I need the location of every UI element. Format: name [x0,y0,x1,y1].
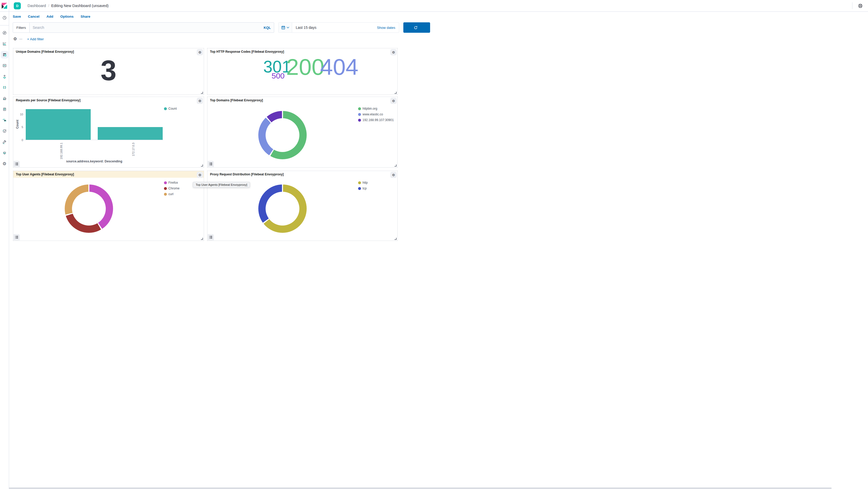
legend-toggle-button[interactable] [208,161,214,167]
top-user-agents-donut[interactable] [65,185,113,233]
query-bar: Filters KQL Last 15 days Show dates [9,21,434,34]
legend-item-count[interactable]: Count [164,107,177,110]
panel-title: Top User Agents [Filebeat Envoyproxy] [13,171,204,178]
legend-item[interactable]: tcp [358,187,368,190]
sidebar-item-uptime[interactable] [1,117,8,124]
filters-dropdown[interactable]: Filters [13,23,30,32]
sidebar-item-dashboard[interactable] [1,51,8,59]
legend-item[interactable]: curl [164,192,180,196]
app-sidebar: ⚙ [0,12,9,244]
legend-dot [358,107,361,110]
breadcrumb: Dashboard / Editing New Dashboard (unsav… [28,4,108,8]
unique-domains-metric: 3 [13,56,204,85]
bar-192-168-99-1[interactable] [26,109,91,140]
sidebar-item-dev-tools[interactable] [1,138,8,146]
panel-resize-handle[interactable] [395,92,397,94]
kql-toggle-button[interactable]: KQL [261,26,274,30]
legend-item[interactable]: httpbin.org [358,107,394,110]
space-badge[interactable]: D [14,2,21,9]
legend-toggle-button[interactable] [13,234,20,240]
legend-item[interactable]: http [358,181,368,185]
breadcrumb-dashboard[interactable]: Dashboard [28,4,46,8]
panel-resize-handle[interactable] [395,164,397,167]
refresh-button[interactable] [403,22,430,33]
dev-tools-wrench-icon [2,140,7,144]
save-button[interactable]: Save [13,14,21,19]
sidebar-item-machine-learning[interactable] [1,84,8,91]
search-input[interactable] [30,26,261,30]
tag-200[interactable]: 200 [286,56,324,78]
logs-scroll-icon [2,107,7,111]
chart-legend: Count [164,107,177,110]
kibana-logo-icon [1,2,8,9]
bar-172-17-0-3[interactable] [98,127,163,140]
sidebar-item-apm[interactable] [1,127,8,135]
legend-item[interactable]: www.elastic.co [358,112,394,116]
main-content: Save Cancel Add Options Share Filters KQ… [9,12,434,244]
calendar-icon [281,26,285,30]
panel-resize-handle[interactable] [201,164,203,167]
legend-item[interactable]: Chrome [164,187,180,190]
sidebar-item-discover[interactable] [1,29,8,37]
calendar-menu-button[interactable] [279,23,292,32]
options-button[interactable]: Options [60,14,73,19]
y-tick-10: 10 [14,113,23,116]
donut-hole [72,192,106,226]
sidebar-item-infrastructure[interactable] [1,95,8,102]
dashboard-grid: Unique Domains [Filebeat Envoyproxy] ⚙ 3… [0,45,434,244]
sidebar-item-maps[interactable] [1,73,8,80]
list-icon [209,235,213,239]
panel-requests-per-source: Requests per Source [Filebeat Envoyproxy… [13,97,204,168]
sidebar-item-visualize[interactable] [1,40,8,47]
panel-gear-button[interactable]: ⚙ [390,98,397,104]
kibana-logo[interactable] [0,0,9,12]
sidebar-item-monitoring[interactable] [1,149,8,157]
time-range-value[interactable]: Last 15 days [292,26,377,30]
legend-label: Firefox [168,181,178,185]
legend-label: curl [168,192,173,196]
legend-label: www.elastic.co [363,112,383,116]
legend-dot [358,187,361,190]
cancel-button[interactable]: Cancel [28,14,39,19]
machine-learning-icon [2,85,7,90]
panel-unique-domains: Unique Domains [Filebeat Envoyproxy] ⚙ 3 [13,48,204,95]
share-button[interactable]: Share [81,14,90,19]
dashboard-icon [2,53,7,57]
legend-item[interactable]: 192.168.99.107:30901 [358,118,394,122]
panel-proxy-distribution: Proxy Request Distribution [Filebeat Env… [207,171,398,241]
panel-gear-button[interactable]: ⚙ [197,172,203,178]
legend-label: Chrome [168,187,180,190]
y-tick-5: 5 [14,126,23,129]
panel-resize-handle[interactable] [201,92,203,94]
canvas-icon [2,63,7,68]
legend-toggle-button[interactable] [13,161,20,167]
sidebar-item-recent[interactable] [1,14,8,22]
sidebar-item-canvas[interactable] [1,62,8,69]
add-button[interactable]: Add [46,14,53,19]
show-dates-button[interactable]: Show dates [377,26,399,30]
x-tick-label-1: 192.168.99.1 [60,143,63,159]
panel-gear-button[interactable]: ⚙ [390,49,397,55]
tag-404[interactable]: 404 [320,56,359,78]
panel-gear-button[interactable]: ⚙ [197,98,203,104]
panel-resize-handle[interactable] [395,238,397,240]
chart-legend: httpbin.org www.elastic.co 192.168.99.10… [358,107,394,122]
panel-gear-button[interactable]: ⚙ [197,49,203,55]
refresh-icon [414,26,417,30]
tag-500[interactable]: 500 [272,72,285,80]
top-domains-donut[interactable] [258,111,307,159]
list-icon [15,162,19,166]
legend-toggle-button[interactable] [208,234,214,240]
panel-resize-handle[interactable] [201,238,203,240]
panel-gear-button[interactable]: ⚙ [390,172,397,178]
add-filter-button[interactable]: + Add filter [27,37,44,41]
proxy-distribution-donut[interactable] [258,185,307,233]
filter-settings-gear-icon[interactable]: ⚙ [13,37,17,41]
management-gear-icon: ⚙ [2,162,6,166]
maps-pin-icon [2,74,7,79]
sidebar-item-logs[interactable] [1,105,8,113]
legend-item[interactable]: Firefox [164,181,180,185]
legend-dot [358,182,361,184]
sidebar-item-management[interactable]: ⚙ [1,160,8,168]
dashboard-edit-menu: Save Cancel Add Options Share [9,12,434,21]
